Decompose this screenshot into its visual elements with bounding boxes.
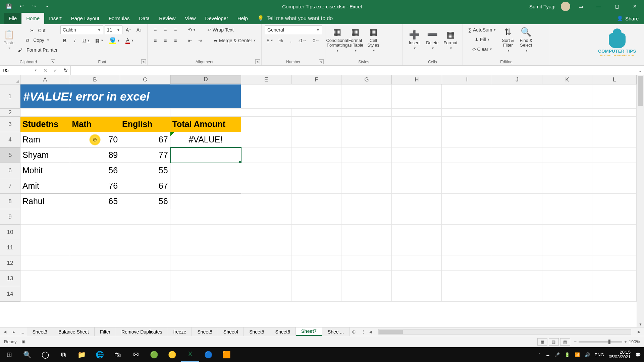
row-header-13[interactable]: 13 <box>0 271 20 286</box>
enter-formula-button[interactable]: ✓ <box>50 67 60 73</box>
cell-B14[interactable] <box>70 286 120 302</box>
app-icon-3[interactable]: 🟧 <box>217 347 235 362</box>
cell-C12[interactable] <box>120 255 170 271</box>
cell-K3[interactable] <box>542 117 593 132</box>
account-user-name[interactable]: Sumit Tyagi <box>529 4 558 9</box>
cell-L12[interactable] <box>592 255 637 271</box>
name-box-dropdown-icon[interactable]: ▼ <box>34 69 37 72</box>
fill-color-button[interactable]: 🪣▼ <box>107 36 122 45</box>
cell-G6[interactable] <box>341 163 392 178</box>
bold-button[interactable]: B <box>60 36 69 45</box>
cell-E11[interactable] <box>241 240 291 255</box>
col-header-L[interactable]: L <box>592 75 637 84</box>
sheet-tab-overflow[interactable]: Shee ... <box>322 327 350 336</box>
row-header-3[interactable]: 3 <box>0 117 20 132</box>
cell-B4[interactable]: 70 <box>70 132 120 147</box>
row-header-4[interactable]: 4 <box>0 132 20 147</box>
cell-B3[interactable]: Math <box>70 117 120 132</box>
cell-G3[interactable] <box>341 117 392 132</box>
share-button[interactable]: 👤 Share <box>611 13 644 24</box>
col-header-H[interactable]: H <box>392 75 442 84</box>
battery-icon[interactable]: 🔋 <box>565 352 570 357</box>
scroll-down-icon[interactable]: ▼ <box>637 321 644 327</box>
cell-K10[interactable] <box>542 225 593 240</box>
delete-cells-button[interactable]: ➖Delete▼ <box>424 25 441 54</box>
cell-H7[interactable] <box>392 178 442 194</box>
sheet-tab-sheet7[interactable]: Sheet7 <box>296 327 322 336</box>
cell-J9[interactable] <box>492 209 542 225</box>
file-explorer-icon[interactable]: 📁 <box>72 347 91 362</box>
font-dialog-launcher[interactable]: ⬊ <box>141 59 146 64</box>
conditional-formatting-button[interactable]: ▦Conditional Formatting▼ <box>329 25 345 54</box>
row-header-12[interactable]: 12 <box>0 255 20 271</box>
cell-L4[interactable] <box>592 132 637 147</box>
cell-F2[interactable] <box>291 109 342 117</box>
cell-B11[interactable] <box>70 240 120 255</box>
cell-B12[interactable] <box>70 255 120 271</box>
hscroll-thumb[interactable] <box>379 330 403 334</box>
cell-G8[interactable] <box>341 194 392 209</box>
clear-button[interactable]: ◇ Clear▼ <box>466 45 498 54</box>
task-view-icon[interactable]: ⧉ <box>54 347 72 362</box>
cell-D11[interactable] <box>170 240 241 255</box>
cell-A9[interactable] <box>20 209 70 225</box>
cell-K14[interactable] <box>542 286 593 302</box>
cell-L1[interactable] <box>592 84 637 109</box>
zoom-level[interactable]: 190% <box>629 339 640 344</box>
cell-J7[interactable] <box>492 178 542 194</box>
row-header-5[interactable]: 5 <box>0 147 20 163</box>
format-as-table-button[interactable]: ▦Format as Table▼ <box>347 25 364 54</box>
cell-E9[interactable] <box>241 209 291 225</box>
cell-J6[interactable] <box>492 163 542 178</box>
cell-F11[interactable] <box>291 240 342 255</box>
zoom-in-button[interactable]: + <box>624 339 627 344</box>
align-left-button[interactable]: ≡ <box>151 36 160 45</box>
cell-F3[interactable] <box>291 117 342 132</box>
zoom-out-button[interactable]: − <box>574 339 577 344</box>
col-header-B[interactable]: B <box>70 75 120 84</box>
cell-G7[interactable] <box>341 178 392 194</box>
cell-I12[interactable] <box>442 255 492 271</box>
cell-G10[interactable] <box>341 225 392 240</box>
orientation-button[interactable]: ⟲▼ <box>186 25 198 34</box>
cell-G13[interactable] <box>341 271 392 286</box>
font-name-selector[interactable]: Calibri▼ <box>60 25 103 34</box>
chrome-icon[interactable]: 🟡 <box>163 347 181 362</box>
maximize-button[interactable]: ▢ <box>609 0 625 13</box>
cell-E8[interactable] <box>241 194 291 209</box>
app-icon-2[interactable]: 🔵 <box>199 347 217 362</box>
cell-K2[interactable] <box>542 109 593 117</box>
cell-A3[interactable]: Studetns <box>20 117 70 132</box>
wrap-text-button[interactable]: ↩ Wrap Text <box>205 25 235 34</box>
cell-A11[interactable] <box>20 240 70 255</box>
font-size-selector[interactable]: 11▼ <box>105 25 122 34</box>
clipboard-dialog-launcher[interactable]: ⬊ <box>51 59 55 64</box>
cell-I2[interactable] <box>442 109 492 117</box>
cell-B10[interactable] <box>70 225 120 240</box>
cell-E7[interactable] <box>241 178 291 194</box>
col-header-F[interactable]: F <box>291 75 342 84</box>
search-icon[interactable]: 🔍 <box>18 347 36 362</box>
cell-L8[interactable] <box>592 194 637 209</box>
cell-D8[interactable] <box>170 194 241 209</box>
store-icon[interactable]: 🛍 <box>109 347 127 362</box>
increase-font-size-button[interactable]: A↑ <box>124 25 133 34</box>
align-middle-button[interactable]: ≡ <box>161 25 170 34</box>
cell-A7[interactable]: Amit <box>20 178 70 194</box>
cell-C6[interactable]: 55 <box>120 163 170 178</box>
row-header-14[interactable]: 14 <box>0 286 20 302</box>
cell-L6[interactable] <box>592 163 637 178</box>
qat-customize-icon[interactable]: ▾ <box>42 1 52 12</box>
cell-K6[interactable] <box>542 163 593 178</box>
sheet-tab-sheet4[interactable]: Sheet4 <box>218 327 244 336</box>
cell-C2[interactable] <box>120 109 170 117</box>
align-bottom-button[interactable]: ≡ <box>171 25 180 34</box>
cell-B7[interactable]: 76 <box>70 178 120 194</box>
col-header-G[interactable]: G <box>341 75 392 84</box>
decrease-indent-button[interactable]: ⇤ <box>186 36 195 45</box>
insert-function-button[interactable]: fx <box>60 67 70 73</box>
col-header-A[interactable]: A <box>20 75 70 84</box>
cell-F14[interactable] <box>291 286 342 302</box>
cell-C14[interactable] <box>120 286 170 302</box>
cell-H10[interactable] <box>392 225 442 240</box>
